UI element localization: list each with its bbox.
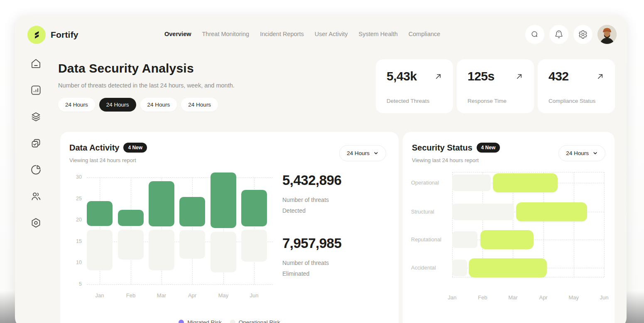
filter-24-hours-2-active[interactable]: 24 Hours <box>99 98 136 112</box>
card-subtitle: Viewing last 24 hours report <box>69 157 147 163</box>
chevron-down-icon <box>373 151 379 156</box>
stat-value: 5,43k <box>387 69 417 83</box>
stat-label: Compliance Status <box>549 98 595 104</box>
page-subtitle: Number of threats detected in the last 2… <box>58 82 235 89</box>
search-icon <box>530 30 539 39</box>
arrow-up-right-icon[interactable] <box>434 73 442 80</box>
page-title: Data Security Analysis <box>58 61 194 75</box>
dropdown-value: 24 Hours <box>566 150 589 156</box>
security-status-card: Security Status 4 New Viewing last 24 ho… <box>403 132 615 323</box>
data-activity-period-dropdown[interactable]: 24 Hours <box>339 145 386 161</box>
horizontal-bar-chart: OperationalStructuralReputationalAcciden… <box>411 170 606 315</box>
sidebar-item-users-icon[interactable] <box>30 191 42 202</box>
user-avatar[interactable] <box>597 25 617 44</box>
stat-card-detected-threats: 5,43k Detected Threats <box>376 59 453 113</box>
main-nav: Overview Threat Monitoring Incident Repo… <box>164 31 440 37</box>
new-count-badge: 4 New <box>123 143 147 153</box>
legend-item: Operational Risk <box>230 319 280 323</box>
notifications-button[interactable] <box>549 25 568 44</box>
sidebar-item-pie-chart-icon[interactable] <box>30 164 42 175</box>
filter-24-hours-4[interactable]: 24 Hours <box>181 98 218 112</box>
bell-icon <box>554 30 563 39</box>
legend-label: Operational Risk <box>239 319 280 323</box>
new-count-badge: 4 New <box>477 143 500 153</box>
fortify-logo-icon <box>27 26 46 44</box>
brand: Fortify <box>27 26 78 44</box>
legend-dot <box>179 320 184 323</box>
stat-label: Response Time <box>468 98 507 104</box>
brand-name: Fortify <box>51 30 78 40</box>
bar-chart: 30252015105JanFebMarAprMayJun <box>69 170 279 307</box>
dropdown-value: 24 Hours <box>347 150 370 156</box>
sidebar <box>30 58 42 228</box>
stat-value: 125s <box>468 69 495 83</box>
nav-compliance[interactable]: Compliance <box>409 31 441 37</box>
security-status-period-dropdown[interactable]: 24 Hours <box>558 145 605 161</box>
card-subtitle: Viewing last 24 hours report <box>412 157 500 163</box>
legend-item: Migrated Risk <box>179 319 222 323</box>
sidebar-item-analytics-icon[interactable] <box>30 85 42 96</box>
nav-overview[interactable]: Overview <box>164 31 191 37</box>
header-actions <box>525 25 617 44</box>
threats-detected-value: 5,432,896 <box>282 172 341 188</box>
card-title: Data Activity <box>69 143 119 153</box>
stat-card-compliance-status: 432 Compliance Status <box>538 59 615 113</box>
chevron-down-icon <box>593 151 598 156</box>
stat-value: 432 <box>549 69 569 83</box>
dashboard-panel: Fortify Overview Threat Monitoring Incid… <box>15 15 627 323</box>
stat-label: Detected Threats <box>387 98 429 104</box>
threats-eliminated-label: Number of threats Eliminated <box>282 258 341 279</box>
sidebar-item-tasks-icon[interactable] <box>30 138 42 149</box>
nav-system-health[interactable]: System Health <box>359 31 398 37</box>
data-activity-card: Data Activity 4 New Viewing last 24 hour… <box>60 132 399 323</box>
threats-eliminated-value: 7,957,985 <box>282 236 341 251</box>
sidebar-item-home-icon[interactable] <box>30 58 42 69</box>
settings-button[interactable] <box>573 25 593 44</box>
nav-threat-monitoring[interactable]: Threat Monitoring <box>202 31 250 37</box>
time-filters: 24 Hours 24 Hours 24 Hours 24 Hours <box>58 98 218 112</box>
sidebar-item-layers-icon[interactable] <box>30 111 42 122</box>
arrow-up-right-icon[interactable] <box>515 73 523 80</box>
nav-incident-reports[interactable]: Incident Reports <box>260 31 304 37</box>
search-button[interactable] <box>525 25 544 44</box>
arrow-up-right-icon[interactable] <box>596 73 604 80</box>
data-activity-legend: Migrated RiskOperational Risk <box>60 319 399 323</box>
threats-detected-label: Number of threats Detected <box>282 195 341 216</box>
filter-24-hours-3[interactable]: 24 Hours <box>140 98 177 112</box>
stat-card-response-time: 125s Response Time <box>457 59 534 113</box>
sidebar-item-security-icon[interactable] <box>30 217 42 228</box>
gear-icon <box>578 30 588 39</box>
threat-metrics: 5,432,896 Number of threats Detected 7,9… <box>282 172 341 279</box>
legend-label: Migrated Risk <box>187 319 222 323</box>
legend-dot <box>230 320 235 323</box>
nav-user-activity[interactable]: User Activity <box>315 31 348 37</box>
card-title: Security Status <box>412 143 473 153</box>
filter-24-hours-1[interactable]: 24 Hours <box>58 98 95 112</box>
